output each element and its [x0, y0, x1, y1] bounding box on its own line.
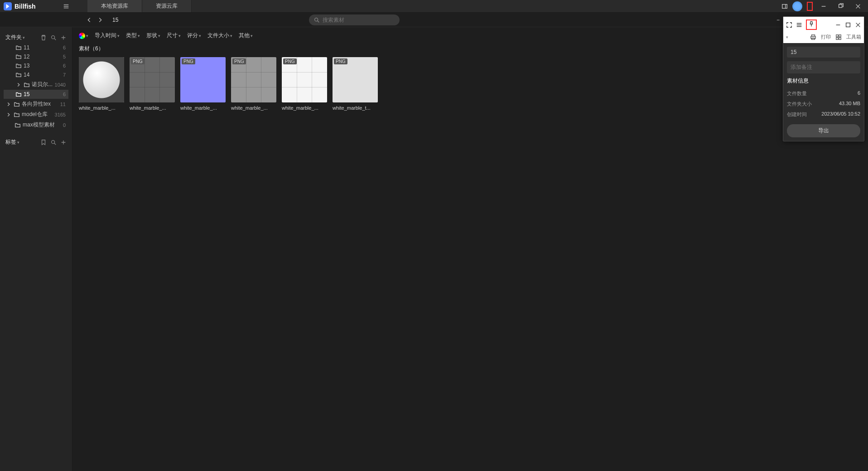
search-input[interactable]: [309, 15, 400, 25]
panel-minimize-icon[interactable]: [835, 22, 841, 28]
close-button[interactable]: [852, 2, 864, 11]
add-tag-icon[interactable]: [60, 139, 67, 146]
expand-arrow-icon[interactable]: [5, 112, 12, 118]
expand-icon[interactable]: [786, 22, 792, 28]
titlebar: Billfish 本地资源库 资源云库: [0, 0, 868, 13]
folder-item[interactable]: 116: [4, 43, 68, 52]
expand-arrow-icon[interactable]: [5, 101, 12, 107]
search-tag-icon[interactable]: [50, 139, 57, 146]
folder-name: 各向异性tex: [22, 100, 51, 108]
expand-arrow-icon[interactable]: [15, 82, 22, 88]
panel-toggle-icon[interactable]: [781, 3, 788, 10]
panel-close-icon[interactable]: [855, 22, 861, 28]
asset-card[interactable]: PNGwhite_marble_t...: [333, 57, 378, 111]
svg-point-8: [52, 35, 55, 39]
list-icon[interactable]: [796, 22, 802, 28]
svg-rect-11: [846, 23, 850, 27]
folder-item[interactable]: 156: [4, 90, 68, 99]
panel-maximize-icon[interactable]: [845, 22, 851, 28]
folder-item[interactable]: 136: [4, 61, 68, 70]
folder-count: 1040: [55, 82, 67, 87]
asset-thumbnail[interactable]: PNG: [180, 57, 226, 102]
minimize-button[interactable]: [817, 2, 830, 11]
sidebar-folders-header: 文件夹▾: [4, 32, 68, 43]
folder-count: 11: [60, 102, 67, 107]
folder-item[interactable]: 147: [4, 70, 68, 79]
format-badge: PNG: [131, 58, 145, 64]
folder-count: 0: [63, 122, 67, 128]
folder-icon: [15, 72, 22, 78]
user-avatar[interactable]: [792, 1, 802, 11]
folder-icon: [14, 122, 21, 128]
format-badge: JPG: [80, 58, 92, 64]
kv-created: 创建时间2023/06/05 10:52: [787, 109, 860, 120]
nav-forward-button[interactable]: [97, 17, 103, 23]
folder-item[interactable]: 诺贝尔...1040: [4, 79, 68, 90]
svg-rect-17: [836, 37, 838, 39]
asset-thumbnail[interactable]: PNG: [333, 57, 378, 102]
filter-other[interactable]: 其他▾: [239, 32, 253, 39]
chevron-down-icon[interactable]: ▾: [23, 35, 25, 40]
format-badge: PNG: [232, 58, 246, 64]
asset-card[interactable]: PNGwhite_marble_...: [180, 57, 226, 111]
folder-icon: [14, 112, 20, 118]
note-field[interactable]: 添加备注: [787, 61, 860, 73]
filter-shape[interactable]: 形状▾: [146, 32, 160, 39]
folder-item[interactable]: model仓库3165: [4, 109, 68, 120]
svg-rect-15: [836, 34, 838, 36]
asset-card[interactable]: PNGwhite_marble_...: [130, 57, 175, 111]
color-filter[interactable]: ▾: [79, 33, 88, 39]
toolbox-icon: [835, 34, 842, 40]
filter-rating[interactable]: 评分▾: [187, 32, 201, 39]
filter-size[interactable]: 尺寸▾: [167, 32, 181, 39]
chevron-down-icon[interactable]: ▾: [17, 140, 19, 145]
folder-item[interactable]: 125: [4, 52, 68, 61]
sidebar: 文件夹▾ 116125136147诺贝尔...1040156各向异性tex11m…: [0, 27, 72, 471]
asset-name: white_marble_...: [130, 105, 175, 111]
export-button[interactable]: 导出: [787, 124, 860, 137]
folder-item[interactable]: max模型素材0: [4, 120, 68, 130]
asset-thumbnail[interactable]: PNG: [231, 57, 276, 102]
asset-grid: JPGwhite_marble_...PNGwhite_marble_...PN…: [79, 57, 862, 111]
kv-count: 文件数量6: [787, 88, 860, 99]
asset-name: white_marble_...: [180, 105, 226, 111]
trash-icon[interactable]: [40, 34, 47, 41]
folder-name-field[interactable]: 15: [787, 47, 860, 58]
menu-icon[interactable]: [63, 3, 69, 10]
app-name: Billfish: [14, 3, 36, 10]
titlebar-right: [781, 1, 864, 11]
asset-thumbnail[interactable]: JPG: [79, 57, 124, 102]
asset-card[interactable]: PNGwhite_marble_...: [282, 57, 327, 111]
filter-type[interactable]: 类型▾: [126, 32, 140, 39]
folder-name: 13: [24, 63, 29, 69]
format-badge: PNG: [283, 58, 297, 64]
asset-card[interactable]: PNGwhite_marble_...: [231, 57, 276, 111]
main: 文件夹▾ 116125136147诺贝尔...1040156各向异性tex11m…: [0, 27, 868, 471]
add-folder-icon[interactable]: [60, 34, 67, 41]
folder-tree: 116125136147诺贝尔...1040156各向异性tex11model仓…: [4, 43, 68, 130]
asset-thumbnail[interactable]: PNG: [130, 57, 175, 102]
search-folder-icon[interactable]: [50, 34, 57, 41]
breadcrumb[interactable]: 15: [112, 17, 118, 23]
zoom-out-icon[interactable]: −: [776, 17, 780, 23]
app-logo: Billfish: [4, 2, 36, 10]
filter-filesize[interactable]: 文件大小▾: [207, 32, 232, 39]
asset-card[interactable]: JPGwhite_marble_...: [79, 57, 124, 111]
folder-count: 6: [63, 63, 67, 68]
nav-back-button[interactable]: [86, 17, 92, 23]
toolbox-button[interactable]: 工具箱: [846, 34, 861, 40]
maximize-button[interactable]: [834, 2, 847, 11]
bookmark-icon[interactable]: [40, 139, 47, 146]
folder-item[interactable]: 各向异性tex11: [4, 99, 68, 109]
chevron-down-icon[interactable]: ▾: [786, 35, 788, 39]
tab-cloud-library[interactable]: 资源云库: [142, 0, 192, 12]
svg-point-2: [315, 18, 318, 21]
asset-name: white_marble_...: [231, 105, 276, 111]
asset-thumbnail[interactable]: PNG: [282, 57, 327, 102]
print-button[interactable]: 打印: [821, 34, 831, 40]
content-area: ▾ 导入时间▾ 类型▾ 形状▾ 尺寸▾ 评分▾ 文件大小▾ 其他▾ 素材（6） …: [72, 27, 868, 471]
filter-import-time[interactable]: 导入时间▾: [95, 32, 120, 39]
tab-local-library[interactable]: 本地资源库: [87, 0, 142, 12]
folder-icon: [24, 82, 30, 88]
pin-icon[interactable]: [808, 21, 815, 27]
